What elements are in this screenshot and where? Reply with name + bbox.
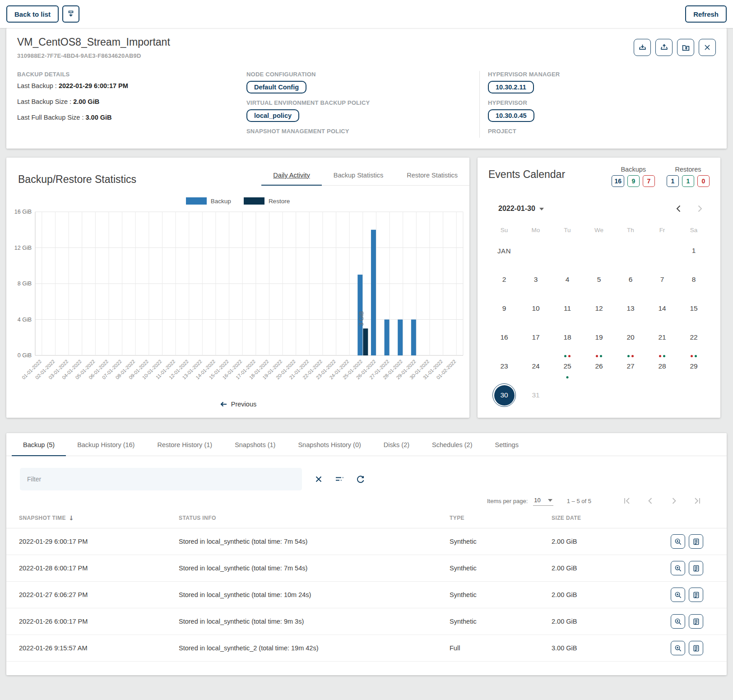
backup-details-button[interactable] — [689, 614, 703, 629]
config-chip[interactable]: local_policy — [246, 109, 299, 122]
calendar-day-28[interactable]: 28 — [646, 352, 678, 381]
chart-tab-backup-statistics[interactable]: Backup Statistics — [322, 165, 395, 186]
calendar-day-25[interactable]: 25 — [552, 352, 583, 381]
last-page-icon — [693, 496, 702, 505]
calendar-day-18[interactable]: 18 — [552, 323, 583, 352]
refresh-table-button[interactable] — [354, 473, 366, 485]
calendar-day-29[interactable]: 29 — [678, 352, 710, 381]
counter-group-label: Restores — [667, 166, 710, 173]
calendar-day-10[interactable]: 10 — [520, 294, 552, 323]
previous-page-button[interactable] — [645, 495, 656, 507]
back-to-list-button[interactable]: Back to list — [6, 5, 59, 23]
tab-schedules-2[interactable]: Schedules (2) — [421, 433, 483, 456]
calendar-date-select[interactable]: 2022-01-30 — [498, 205, 544, 213]
calendar-day-14[interactable]: 14 — [646, 294, 678, 323]
refresh-page-button[interactable]: Refresh — [685, 5, 727, 23]
calendar-day-24[interactable]: 24 — [520, 352, 552, 381]
calendar-day-27[interactable]: 27 — [615, 352, 646, 381]
inspect-backup-button[interactable] — [671, 561, 685, 575]
last-page-button[interactable] — [691, 495, 703, 507]
tab-snapshots-1[interactable]: Snapshots (1) — [223, 433, 287, 456]
tab-snapshots-history-0[interactable]: Snapshots History (0) — [287, 433, 372, 456]
calendar-empty-cell — [583, 381, 615, 410]
chart-tab-restore-statistics[interactable]: Restore Statistics — [395, 165, 469, 186]
inspect-backup-button[interactable] — [671, 614, 685, 629]
backup-details-button[interactable] — [689, 588, 703, 602]
cell-status-info: Stored in local_synthetic (total time: 9… — [179, 618, 450, 625]
calendar-day-5[interactable]: 5 — [583, 265, 615, 294]
legend-label: Backup — [211, 198, 231, 205]
tab-restore-history-1[interactable]: Restore History (1) — [146, 433, 223, 456]
inspect-backup-button[interactable] — [671, 588, 685, 602]
calendar-day-15[interactable]: 15 — [678, 294, 710, 323]
calendar-day-9[interactable]: 9 — [488, 294, 520, 323]
calendar-day-1[interactable]: 1 — [678, 236, 710, 265]
tab-backup-history-16[interactable]: Backup History (16) — [66, 433, 146, 456]
remove-button[interactable] — [699, 39, 716, 56]
calendar-day-13[interactable]: 13 — [615, 294, 646, 323]
vm-actions — [634, 39, 716, 56]
backup-details-button[interactable] — [689, 641, 703, 655]
calendar-day-4[interactable]: 4 — [552, 265, 583, 294]
tab-settings[interactable]: Settings — [484, 433, 530, 456]
chart-tab-daily-activity[interactable]: Daily Activity — [261, 165, 321, 186]
svg-text:3 GiB: 3 GiB — [358, 311, 365, 326]
next-page-button[interactable] — [668, 495, 680, 507]
chart-tabs: Daily ActivityBackup StatisticsRestore S… — [261, 165, 469, 186]
filter-input[interactable] — [20, 468, 302, 490]
search-plus-icon — [674, 591, 682, 599]
search-plus-icon — [674, 538, 682, 546]
calendar-day-19[interactable]: 19 — [583, 323, 615, 352]
tab-disks-2[interactable]: Disks (2) — [372, 433, 421, 456]
search-plus-icon — [674, 618, 682, 625]
config-section: HYPERVISOR10.30.0.45 — [488, 99, 716, 126]
config-chip[interactable]: 10.30.0.45 — [488, 109, 534, 122]
cell-snapshot-time: 2022-01-28 6:00:17 PM — [19, 565, 179, 572]
report-icon — [692, 591, 700, 599]
config-chip[interactable]: 10.30.2.11 — [488, 81, 534, 93]
previous-button[interactable]: Previous — [6, 401, 469, 408]
backup-now-button[interactable] — [634, 39, 651, 56]
count-badge-green: 1 — [682, 175, 694, 187]
calendar-day-12[interactable]: 12 — [583, 294, 615, 323]
column-settings-button[interactable] — [334, 473, 345, 485]
calendar-day-3[interactable]: 3 — [520, 265, 552, 294]
restore-button[interactable] — [655, 39, 673, 56]
calendar-day-26[interactable]: 26 — [583, 352, 615, 381]
column-header-snapshot-time[interactable]: SNAPSHOT TIME↓ — [19, 514, 179, 522]
clear-filter-button[interactable] — [313, 473, 325, 485]
day-header-fr: Fr — [646, 227, 678, 233]
calendar-day-30[interactable]: 30 — [488, 381, 520, 410]
export-button[interactable] — [677, 39, 694, 56]
config-section: HYPERVISOR MANAGER10.30.2.11 — [488, 71, 716, 98]
calendar-day-31[interactable]: 31 — [520, 381, 552, 410]
collapse-button[interactable] — [62, 5, 79, 23]
calendar-day-11[interactable]: 11 — [552, 294, 583, 323]
day-header-th: Th — [615, 227, 646, 233]
calendar-empty-cell — [646, 236, 678, 265]
calendar-prev-button[interactable] — [672, 201, 686, 216]
config-chip[interactable]: Default Config — [246, 81, 306, 93]
calendar-next-button[interactable] — [692, 201, 707, 216]
backup-detail-row: Last Backup : 2022-01-29 6:00:17 PM — [17, 82, 246, 89]
inspect-backup-button[interactable] — [671, 534, 685, 549]
calendar-day-6[interactable]: 6 — [615, 265, 646, 294]
tab-backup-5[interactable]: Backup (5) — [12, 433, 66, 456]
cell-type: Full — [450, 644, 552, 652]
calendar-day-8[interactable]: 8 — [678, 265, 710, 294]
backup-details-button[interactable] — [689, 561, 703, 575]
calendar-day-20[interactable]: 20 — [615, 323, 646, 352]
backup-details-button[interactable] — [689, 534, 703, 549]
calendar-day-7[interactable]: 7 — [646, 265, 678, 294]
calendar-day-22[interactable]: 22 — [678, 323, 710, 352]
calendar-day-21[interactable]: 21 — [646, 323, 678, 352]
detail-label: Last Backup : — [17, 82, 59, 89]
config-section-heading: HYPERVISOR MANAGER — [488, 71, 716, 78]
inspect-backup-button[interactable] — [671, 641, 685, 655]
calendar-day-23[interactable]: 23 — [488, 352, 520, 381]
calendar-day-17[interactable]: 17 — [520, 323, 552, 352]
calendar-day-2[interactable]: 2 — [488, 265, 520, 294]
items-per-page-select[interactable]: 10 — [533, 496, 553, 506]
first-page-button[interactable] — [621, 495, 633, 507]
calendar-day-16[interactable]: 16 — [488, 323, 520, 352]
